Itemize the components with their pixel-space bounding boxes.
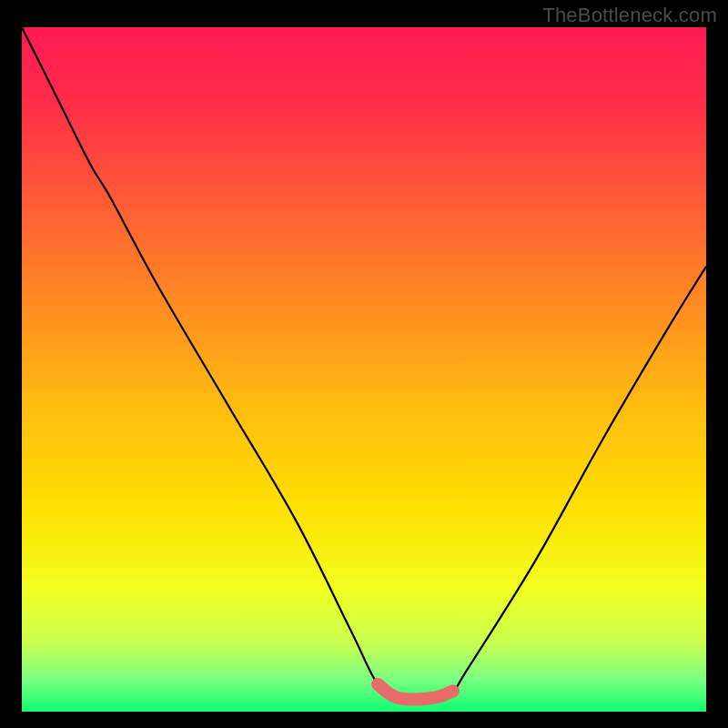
- chart-svg: [22, 27, 706, 712]
- gradient-background: [22, 27, 706, 712]
- watermark-text: TheBottleneck.com: [542, 4, 717, 27]
- plot-area: [22, 27, 706, 712]
- chart-frame: TheBottleneck.com: [0, 0, 728, 728]
